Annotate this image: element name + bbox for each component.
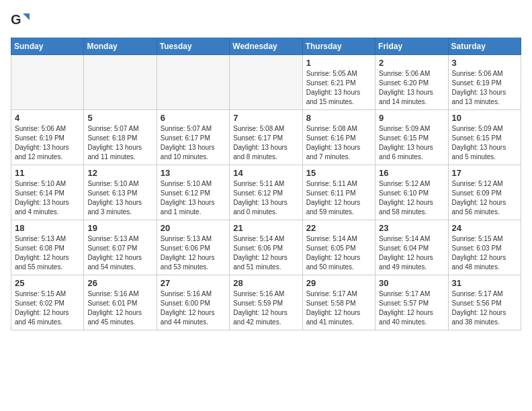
day-info: Sunrise: 5:16 AM Sunset: 6:01 PM Dayligh… [87, 289, 152, 327]
calendar-week-row: 1 Sunrise: 5:05 AM Sunset: 6:21 PM Dayli… [11, 55, 521, 110]
day-number: 7 [233, 113, 298, 123]
calendar-week-row: 11 Sunrise: 5:10 AM Sunset: 6:14 PM Dayl… [11, 165, 521, 220]
weekday-header: Tuesday [157, 38, 229, 55]
calendar-cell: 6 Sunrise: 5:07 AM Sunset: 6:17 PM Dayli… [157, 110, 229, 165]
day-number: 25 [15, 278, 80, 288]
day-number: 28 [233, 278, 298, 288]
sunset-text: Sunset: 6:14 PM [15, 189, 64, 197]
sunrise-text: Sunrise: 5:14 AM [233, 235, 284, 242]
sunrise-text: Sunrise: 5:13 AM [161, 235, 212, 242]
calendar-cell [230, 55, 302, 110]
daylight-text: Daylight: 12 hours and 42 minutes. [233, 309, 287, 326]
day-info: Sunrise: 5:17 AM Sunset: 5:57 PM Dayligh… [379, 289, 444, 327]
day-info: Sunrise: 5:06 AM Sunset: 6:20 PM Dayligh… [379, 69, 444, 107]
day-info: Sunrise: 5:10 AM Sunset: 6:14 PM Dayligh… [15, 179, 80, 217]
sunset-text: Sunset: 6:02 PM [15, 300, 64, 307]
calendar-cell: 19 Sunrise: 5:13 AM Sunset: 6:07 PM Dayl… [84, 220, 157, 275]
calendar-cell: 25 Sunrise: 5:15 AM Sunset: 6:02 PM Dayl… [11, 275, 84, 330]
calendar-cell: 20 Sunrise: 5:13 AM Sunset: 6:06 PM Dayl… [157, 220, 229, 275]
sunset-text: Sunset: 6:05 PM [306, 244, 356, 252]
daylight-text: Daylight: 12 hours and 40 minutes. [379, 309, 433, 326]
calendar-cell: 16 Sunrise: 5:12 AM Sunset: 6:10 PM Dayl… [375, 165, 448, 220]
daylight-text: Daylight: 13 hours and 15 minutes. [306, 89, 361, 105]
calendar-cell: 27 Sunrise: 5:16 AM Sunset: 6:00 PM Dayl… [157, 275, 229, 330]
sunset-text: Sunset: 6:15 PM [452, 134, 502, 142]
sunrise-text: Sunrise: 5:10 AM [87, 180, 138, 187]
day-number: 24 [452, 223, 517, 233]
calendar-cell: 28 Sunrise: 5:16 AM Sunset: 5:59 PM Dayl… [230, 275, 302, 330]
sunset-text: Sunset: 6:10 PM [379, 189, 429, 197]
daylight-text: Daylight: 12 hours and 49 minutes. [379, 254, 433, 271]
sunset-text: Sunset: 5:57 PM [379, 300, 429, 307]
day-number: 10 [452, 113, 517, 123]
daylight-text: Daylight: 13 hours and 3 minutes. [87, 199, 142, 216]
sunset-text: Sunset: 6:03 PM [452, 244, 502, 252]
daylight-text: Daylight: 13 hours and 13 minutes. [452, 89, 506, 105]
day-number: 26 [87, 278, 152, 288]
day-number: 15 [306, 168, 371, 178]
day-info: Sunrise: 5:11 AM Sunset: 6:12 PM Dayligh… [233, 179, 298, 217]
calendar-cell: 21 Sunrise: 5:14 AM Sunset: 6:06 PM Dayl… [230, 220, 302, 275]
daylight-text: Daylight: 13 hours and 11 minutes. [87, 144, 142, 161]
calendar-cell [84, 55, 157, 110]
sunset-text: Sunset: 6:17 PM [161, 134, 210, 142]
sunset-text: Sunset: 6:04 PM [379, 244, 429, 252]
day-number: 11 [15, 168, 80, 178]
sunrise-text: Sunrise: 5:07 AM [87, 125, 138, 132]
day-info: Sunrise: 5:16 AM Sunset: 6:00 PM Dayligh… [161, 289, 226, 327]
calendar-cell: 30 Sunrise: 5:17 AM Sunset: 5:57 PM Dayl… [375, 275, 448, 330]
day-number: 20 [161, 223, 226, 233]
day-info: Sunrise: 5:06 AM Sunset: 6:19 PM Dayligh… [15, 124, 80, 162]
sunrise-text: Sunrise: 5:16 AM [233, 290, 284, 298]
daylight-text: Daylight: 12 hours and 56 minutes. [452, 199, 506, 216]
day-info: Sunrise: 5:17 AM Sunset: 5:58 PM Dayligh… [306, 289, 371, 327]
daylight-text: Daylight: 12 hours and 38 minutes. [452, 309, 506, 326]
day-number: 21 [233, 223, 298, 233]
sunset-text: Sunset: 6:20 PM [379, 79, 429, 87]
daylight-text: Daylight: 12 hours and 44 minutes. [161, 309, 215, 326]
day-info: Sunrise: 5:11 AM Sunset: 6:11 PM Dayligh… [306, 179, 371, 217]
day-info: Sunrise: 5:09 AM Sunset: 6:15 PM Dayligh… [379, 124, 444, 162]
sunrise-text: Sunrise: 5:06 AM [379, 70, 430, 77]
day-number: 30 [379, 278, 444, 288]
daylight-text: Daylight: 13 hours and 12 minutes. [15, 144, 69, 161]
daylight-text: Daylight: 12 hours and 53 minutes. [161, 254, 215, 271]
sunset-text: Sunset: 6:07 PM [87, 244, 137, 252]
daylight-text: Daylight: 13 hours and 7 minutes. [306, 144, 361, 161]
calendar-cell: 8 Sunrise: 5:08 AM Sunset: 6:16 PM Dayli… [302, 110, 375, 165]
weekday-header: Saturday [448, 38, 521, 55]
calendar-cell: 3 Sunrise: 5:06 AM Sunset: 6:19 PM Dayli… [448, 55, 521, 110]
sunset-text: Sunset: 6:06 PM [161, 244, 210, 252]
calendar-cell: 31 Sunrise: 5:17 AM Sunset: 5:56 PM Dayl… [448, 275, 521, 330]
day-number: 9 [379, 113, 444, 123]
day-info: Sunrise: 5:14 AM Sunset: 6:06 PM Dayligh… [233, 234, 298, 272]
sunset-text: Sunset: 6:21 PM [306, 79, 356, 87]
sunrise-text: Sunrise: 5:06 AM [452, 70, 503, 77]
weekday-header: Monday [84, 38, 157, 55]
day-number: 19 [87, 223, 152, 233]
calendar-cell: 11 Sunrise: 5:10 AM Sunset: 6:14 PM Dayl… [11, 165, 84, 220]
daylight-text: Daylight: 13 hours and 4 minutes. [15, 199, 69, 216]
sunrise-text: Sunrise: 5:06 AM [15, 125, 66, 132]
daylight-text: Daylight: 12 hours and 41 minutes. [306, 309, 361, 326]
day-number: 5 [87, 113, 152, 123]
sunset-text: Sunset: 6:19 PM [15, 134, 64, 142]
weekday-header: Friday [375, 38, 448, 55]
daylight-text: Daylight: 12 hours and 51 minutes. [233, 254, 287, 271]
calendar-cell: 29 Sunrise: 5:17 AM Sunset: 5:58 PM Dayl… [302, 275, 375, 330]
calendar-week-row: 4 Sunrise: 5:06 AM Sunset: 6:19 PM Dayli… [11, 110, 521, 165]
weekday-header: Sunday [11, 38, 84, 55]
calendar-cell: 7 Sunrise: 5:08 AM Sunset: 6:17 PM Dayli… [230, 110, 302, 165]
day-info: Sunrise: 5:13 AM Sunset: 6:08 PM Dayligh… [15, 234, 80, 272]
sunset-text: Sunset: 5:58 PM [306, 300, 356, 307]
calendar-header-row: SundayMondayTuesdayWednesdayThursdayFrid… [11, 38, 521, 55]
sunset-text: Sunset: 6:01 PM [87, 300, 137, 307]
svg-marker-1 [23, 13, 30, 20]
day-info: Sunrise: 5:14 AM Sunset: 6:04 PM Dayligh… [379, 234, 444, 272]
day-info: Sunrise: 5:07 AM Sunset: 6:17 PM Dayligh… [161, 124, 226, 162]
day-number: 16 [379, 168, 444, 178]
weekday-header: Wednesday [230, 38, 302, 55]
sunset-text: Sunset: 6:15 PM [379, 134, 429, 142]
sunset-text: Sunset: 6:11 PM [306, 189, 356, 197]
day-number: 23 [379, 223, 444, 233]
